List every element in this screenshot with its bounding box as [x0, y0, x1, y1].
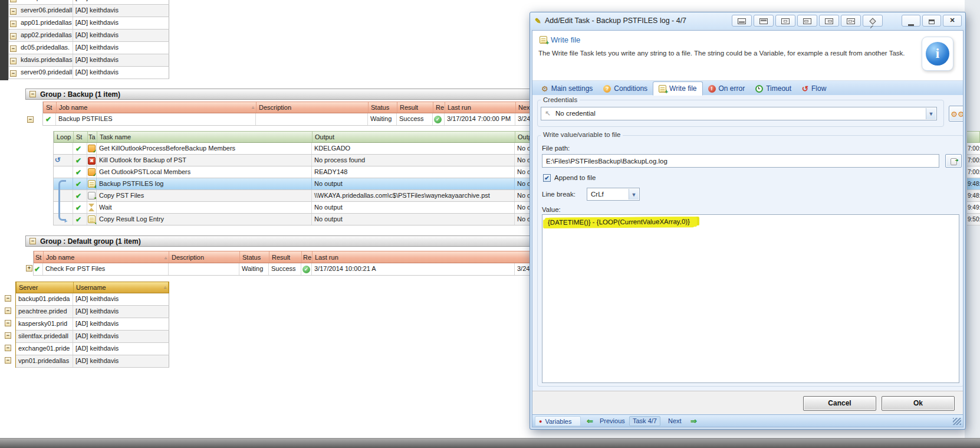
col-job-name[interactable]: Job name▵ [57, 102, 256, 113]
task-time-cell: 7:00:0 [967, 143, 980, 155]
collapse-icon[interactable]: − [10, 70, 17, 77]
list-item[interactable]: − dc06.pridedallas. [AD] keithdavis [9, 0, 169, 5]
list-item[interactable]: − kdavis.pridedallas [AD] keithdavis [9, 54, 169, 67]
collapse-icon[interactable]: − [10, 0, 17, 2]
list-item[interactable]: − server09.pridedall [AD] keithdavis [9, 67, 169, 79]
server-row[interactable]: silentfax.pridedall [AD] keithdavis [16, 331, 169, 343]
tab-flow[interactable]: ↻Flow [797, 82, 831, 95]
resize-grip[interactable] [953, 418, 961, 425]
window-layout-button-6[interactable] [841, 15, 861, 27]
col-re[interactable]: Re [302, 251, 313, 263]
col-last-run[interactable]: Last run [445, 102, 516, 113]
dropdown-arrow-icon[interactable]: ▼ [629, 189, 639, 200]
collapse-icon[interactable]: − [10, 45, 17, 52]
collapse-icon[interactable]: − [5, 320, 11, 326]
line-break-select[interactable]: CrLf ▼ [587, 188, 640, 201]
window-layout-button-5[interactable] [819, 15, 839, 27]
col-status[interactable]: Status [369, 102, 397, 113]
list-item[interactable]: − dc05.pridedallas. [AD] keithdavis [9, 42, 169, 54]
pin-button[interactable] [863, 15, 883, 27]
col-server[interactable]: Server [17, 282, 74, 293]
col-description[interactable]: Description [256, 102, 369, 113]
collapse-icon[interactable]: − [29, 238, 36, 244]
collapse-icon[interactable]: − [5, 357, 11, 364]
collapse-icon[interactable]: − [10, 33, 17, 40]
collapse-icon[interactable]: − [5, 332, 11, 339]
append-checkbox[interactable]: ✔ [543, 174, 551, 182]
maximize-button[interactable] [922, 15, 941, 27]
value-textarea[interactable]: {DATETIME()} - {LOOP(CurrentValueXArray,… [542, 214, 959, 383]
tab-main-settings[interactable]: ⚙Main settings [536, 82, 598, 95]
list-item[interactable]: − app02.pridedallas [AD] keithdavis [9, 30, 169, 42]
cancel-button[interactable]: Cancel [803, 396, 876, 411]
collapse-icon[interactable]: − [5, 308, 11, 314]
server-cell: app01.pridedallas [18, 17, 73, 29]
col-task-name[interactable]: Task name [97, 132, 313, 142]
collapse-icon[interactable]: − [10, 21, 17, 27]
server-expanders: − − − − − − [5, 295, 11, 364]
variables-button[interactable]: ● Variables [535, 416, 581, 426]
col-loop[interactable]: Loop [54, 132, 74, 142]
question-icon: ? [603, 85, 611, 93]
list-item[interactable]: − app01.pridedallas [AD] keithdavis [9, 17, 169, 30]
col-ta[interactable]: Ta [88, 132, 97, 142]
minimize-button[interactable] [902, 15, 920, 27]
server-cell: peachtree.prided [16, 306, 73, 318]
server-row[interactable]: backup01.prideda [AD] keithdavis [16, 293, 169, 306]
collapse-icon[interactable]: − [5, 345, 11, 351]
next-arrow-icon[interactable]: ⇒ [690, 417, 697, 425]
dialog-titlebar[interactable]: ✎ Add/Edit Task - Backup PSTFILES log - … [530, 12, 965, 29]
expand-icon[interactable]: + [26, 265, 32, 272]
job-last-run-cell: 3/17/2014 10:00:21 A [312, 263, 515, 275]
previous-button[interactable]: Previous [600, 417, 625, 424]
col-st[interactable]: St [74, 132, 88, 142]
close-icon: ✕ [949, 17, 955, 24]
check-icon: ✔ [75, 192, 81, 200]
window-layout-button-1[interactable] [732, 15, 752, 27]
expand-icon[interactable]: − [27, 116, 34, 123]
collapse-icon[interactable]: − [5, 295, 11, 302]
collapse-icon[interactable]: − [29, 91, 36, 97]
username-cell: [AD] keithdavis [73, 293, 169, 305]
previous-arrow-icon[interactable]: ⇐ [587, 417, 593, 425]
window-layout-button-3[interactable] [775, 15, 795, 27]
col-result[interactable]: Result [397, 102, 433, 113]
task-position-label: Task 4/7 [629, 416, 660, 426]
tab-conditions[interactable]: ?Conditions [598, 82, 653, 95]
tab-timeout[interactable]: Timeout [750, 82, 797, 95]
task-time-cell: 9:49:1 [967, 202, 980, 214]
window-layout-button-2[interactable] [754, 15, 774, 27]
task-output-cell: No output [312, 202, 515, 213]
col-re[interactable]: Re [433, 102, 445, 113]
file-path-input[interactable] [542, 154, 939, 168]
server-row[interactable]: exchange01.pride [AD] keithdavis [16, 343, 169, 355]
screen: − dc06.pridedallas. [AD] keithdavis − se… [0, 0, 980, 448]
ok-button[interactable]: Ok [882, 396, 955, 411]
collapse-icon[interactable]: − [10, 58, 17, 64]
username-cell: [AD] keithdavis [73, 318, 169, 330]
dropdown-arrow-icon[interactable]: ▼ [926, 108, 936, 119]
server-row[interactable]: vpn01.pridedallas [AD] keithdavis [16, 355, 169, 368]
tab-write-file[interactable]: Write file [653, 81, 702, 96]
server-row[interactable]: kaspersky01.prid [AD] keithdavis [16, 318, 169, 331]
col-job-name[interactable]: Job name▵ [44, 251, 169, 263]
col-st[interactable]: St [34, 251, 44, 263]
credential-select[interactable]: ↖ No credential ▼ [541, 107, 937, 120]
server-row[interactable]: peachtree.prided [AD] keithdavis [16, 306, 169, 318]
col-username[interactable]: Username▵ [74, 282, 169, 293]
close-button[interactable]: ✕ [943, 15, 962, 27]
col-st[interactable]: St [44, 102, 57, 113]
browse-button[interactable] [945, 154, 962, 168]
collapse-icon[interactable]: − [10, 8, 17, 15]
sliver-header [967, 131, 980, 143]
tab-on-error[interactable]: !On error [703, 82, 751, 95]
credential-settings-button[interactable]: ⚙⚙ [949, 106, 963, 122]
col-output[interactable]: Output [313, 132, 515, 142]
window-layout-button-4[interactable] [797, 15, 817, 27]
col-result[interactable]: Result [269, 251, 302, 263]
col-description[interactable]: Description [169, 251, 240, 263]
task-output-cell: KDELGADO [312, 143, 515, 154]
list-item[interactable]: − server06.pridedall [AD] keithdavis [9, 5, 169, 17]
col-status[interactable]: Status [240, 251, 269, 263]
next-button[interactable]: Next [668, 417, 682, 424]
